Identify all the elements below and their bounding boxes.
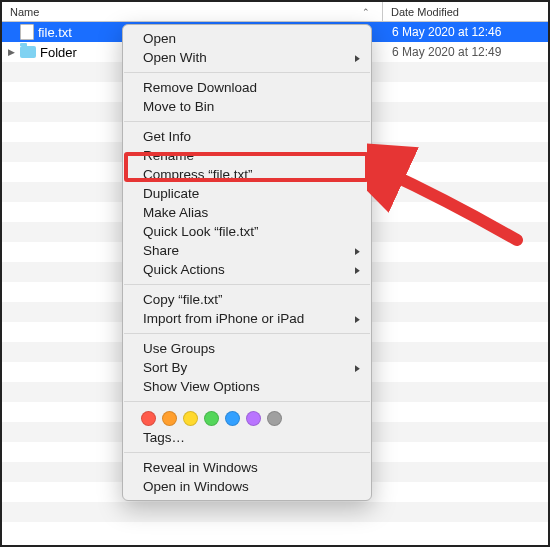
menu-reveal-in-windows[interactable]: Reveal in Windows (123, 458, 371, 477)
menu-label: Show View Options (143, 379, 260, 394)
menu-separator (124, 121, 370, 122)
column-date-label: Date Modified (391, 6, 459, 18)
menu-label: Quick Actions (143, 262, 225, 277)
menu-separator (124, 333, 370, 334)
menu-open-with[interactable]: Open With (123, 48, 371, 67)
menu-label: Rename (143, 148, 194, 163)
menu-tags[interactable]: Tags… (123, 428, 371, 447)
menu-open-in-windows[interactable]: Open in Windows (123, 477, 371, 496)
menu-move-to-bin[interactable]: Move to Bin (123, 97, 371, 116)
column-name-label: Name (10, 6, 39, 18)
cell-date: 6 May 2020 at 12:46 (382, 25, 548, 39)
column-header-name[interactable]: Name ⌃ (2, 2, 383, 21)
tag-dot-yellow[interactable] (183, 411, 198, 426)
menu-label: Share (143, 243, 179, 258)
menu-label: Remove Download (143, 80, 257, 95)
column-header: Name ⌃ Date Modified (2, 2, 548, 22)
menu-label: Import from iPhone or iPad (143, 311, 304, 326)
menu-get-info[interactable]: Get Info (123, 127, 371, 146)
file-name: file.txt (38, 25, 72, 40)
menu-compress[interactable]: Compress “file.txt” (123, 165, 371, 184)
column-header-date[interactable]: Date Modified (383, 2, 548, 21)
menu-quick-actions[interactable]: Quick Actions (123, 260, 371, 279)
tag-dot-gray[interactable] (267, 411, 282, 426)
tag-dot-blue[interactable] (225, 411, 240, 426)
menu-label: Quick Look “file.txt” (143, 224, 259, 239)
context-menu: Open Open With Remove Download Move to B… (122, 24, 372, 501)
tag-dot-orange[interactable] (162, 411, 177, 426)
menu-label: Sort By (143, 360, 187, 375)
empty-row (2, 502, 548, 522)
menu-duplicate[interactable]: Duplicate (123, 184, 371, 203)
menu-separator (124, 401, 370, 402)
cell-date: 6 May 2020 at 12:49 (382, 45, 548, 59)
menu-quick-look[interactable]: Quick Look “file.txt” (123, 222, 371, 241)
menu-label: Open With (143, 50, 207, 65)
menu-label: Use Groups (143, 341, 215, 356)
tag-dot-green[interactable] (204, 411, 219, 426)
menu-remove-download[interactable]: Remove Download (123, 78, 371, 97)
menu-copy[interactable]: Copy “file.txt” (123, 290, 371, 309)
menu-label: Move to Bin (143, 99, 214, 114)
menu-label: Compress “file.txt” (143, 167, 253, 182)
menu-separator (124, 72, 370, 73)
menu-label: Tags… (143, 430, 185, 445)
menu-separator (124, 452, 370, 453)
disclosure-triangle-icon[interactable]: ▶ (8, 47, 16, 57)
menu-sort-by[interactable]: Sort By (123, 358, 371, 377)
menu-open[interactable]: Open (123, 29, 371, 48)
file-icon (20, 24, 34, 40)
menu-label: Get Info (143, 129, 191, 144)
menu-show-view-options[interactable]: Show View Options (123, 377, 371, 396)
sort-indicator-icon: ⌃ (362, 7, 370, 17)
menu-label: Reveal in Windows (143, 460, 258, 475)
menu-share[interactable]: Share (123, 241, 371, 260)
menu-import-ios[interactable]: Import from iPhone or iPad (123, 309, 371, 328)
tag-dot-red[interactable] (141, 411, 156, 426)
folder-icon (20, 46, 36, 58)
tag-dot-purple[interactable] (246, 411, 261, 426)
menu-label: Make Alias (143, 205, 208, 220)
tags-row (123, 407, 371, 428)
menu-make-alias[interactable]: Make Alias (123, 203, 371, 222)
menu-separator (124, 284, 370, 285)
menu-label: Open (143, 31, 176, 46)
menu-label: Duplicate (143, 186, 199, 201)
menu-label: Copy “file.txt” (143, 292, 223, 307)
menu-label: Open in Windows (143, 479, 249, 494)
menu-use-groups[interactable]: Use Groups (123, 339, 371, 358)
folder-name: Folder (40, 45, 77, 60)
menu-rename[interactable]: Rename (123, 146, 371, 165)
